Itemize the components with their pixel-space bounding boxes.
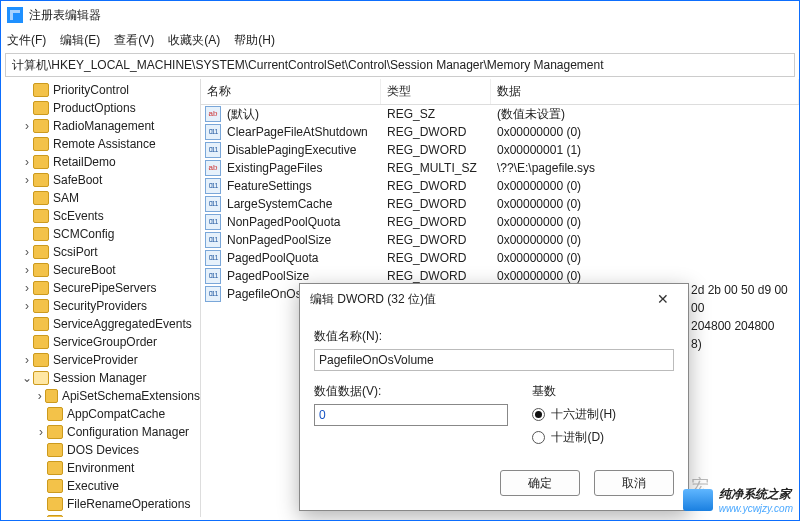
expand-icon[interactable]: ›	[21, 351, 33, 369]
tree-node[interactable]: ›ApiSetSchemaExtensions	[1, 387, 200, 405]
expand-icon[interactable]: ›	[21, 171, 33, 189]
folder-icon	[47, 461, 63, 475]
tree-view[interactable]: PriorityControlProductOptions›RadioManag…	[1, 79, 201, 517]
expand-icon[interactable]: ›	[21, 243, 33, 261]
folder-icon	[33, 155, 49, 169]
tree-node[interactable]: ›SecurePipeServers	[1, 279, 200, 297]
col-data[interactable]: 数据	[491, 79, 799, 104]
expand-icon[interactable]: ›	[21, 279, 33, 297]
expand-icon[interactable]: ›	[21, 153, 33, 171]
tree-node[interactable]: AppCompatCache	[1, 405, 200, 423]
value-data: 0x00000001 (1)	[491, 143, 799, 157]
tree-node[interactable]: FileRenameOperations	[1, 495, 200, 513]
tree-node[interactable]: ›RetailDemo	[1, 153, 200, 171]
folder-icon	[47, 479, 63, 493]
expand-icon[interactable]: ›	[35, 423, 47, 441]
menu-file[interactable]: 文件(F)	[7, 32, 46, 49]
tree-node[interactable]: ›ScsiPort	[1, 243, 200, 261]
value-row[interactable]: NonPagedPoolQuotaREG_DWORD0x00000000 (0)	[201, 213, 799, 231]
address-bar[interactable]: 计算机\HKEY_LOCAL_MACHINE\SYSTEM\CurrentCon…	[5, 53, 795, 77]
tree-label: RadioManagement	[53, 117, 154, 135]
tree-node[interactable]: ServiceGroupOrder	[1, 333, 200, 351]
tree-label: ScEvents	[53, 207, 104, 225]
folder-icon	[33, 335, 49, 349]
value-row[interactable]: ExistingPageFilesREG_MULTI_SZ\??\E:\page…	[201, 159, 799, 177]
tree-node[interactable]: ScEvents	[1, 207, 200, 225]
tree-node[interactable]: Remote Assistance	[1, 135, 200, 153]
folder-icon	[47, 425, 63, 439]
tree-label: ServiceProvider	[53, 351, 138, 369]
cancel-button[interactable]: 取消	[594, 470, 674, 496]
value-data-field[interactable]	[314, 404, 508, 426]
value-row[interactable]: LargeSystemCacheREG_DWORD0x00000000 (0)	[201, 195, 799, 213]
tree-node[interactable]: SAM	[1, 189, 200, 207]
value-row[interactable]: DisablePagingExecutiveREG_DWORD0x0000000…	[201, 141, 799, 159]
value-row[interactable]: ClearPageFileAtShutdownREG_DWORD0x000000…	[201, 123, 799, 141]
value-type: REG_DWORD	[381, 179, 491, 193]
tree-label: SafeBoot	[53, 171, 102, 189]
tree-label: Executive	[67, 477, 119, 495]
address-path: 计算机\HKEY_LOCAL_MACHINE\SYSTEM\CurrentCon…	[12, 57, 604, 74]
value-row[interactable]: NonPagedPoolSizeREG_DWORD0x00000000 (0)	[201, 231, 799, 249]
tree-node[interactable]: ›Configuration Manager	[1, 423, 200, 441]
watermark-logo-icon	[683, 489, 713, 511]
tree-node[interactable]: ⌄Session Manager	[1, 369, 200, 387]
value-row[interactable]: PagedPoolQuotaREG_DWORD0x00000000 (0)	[201, 249, 799, 267]
ok-button[interactable]: 确定	[500, 470, 580, 496]
tree-label: ServiceGroupOrder	[53, 333, 157, 351]
value-name: LargeSystemCache	[221, 197, 381, 211]
edit-dword-dialog: 编辑 DWORD (32 位)值 ✕ 数值名称(N): 数值数据(V): 基数 …	[299, 283, 689, 511]
tree-node[interactable]: I/O System	[1, 513, 200, 517]
expand-icon[interactable]: ›	[21, 261, 33, 279]
value-name: NonPagedPoolSize	[221, 233, 381, 247]
tree-node[interactable]: ›SecureBoot	[1, 261, 200, 279]
col-type[interactable]: 类型	[381, 79, 491, 104]
tree-label: AppCompatCache	[67, 405, 165, 423]
dword-value-icon	[205, 286, 221, 302]
expand-icon[interactable]: ›	[21, 297, 33, 315]
dword-value-icon	[205, 250, 221, 266]
tree-node[interactable]: ›ServiceProvider	[1, 351, 200, 369]
value-row[interactable]: (默认)REG_SZ(数值未设置)	[201, 105, 799, 123]
expand-icon[interactable]: ›	[35, 387, 45, 405]
col-name[interactable]: 名称	[201, 79, 381, 104]
value-type: REG_DWORD	[381, 269, 491, 283]
menu-view[interactable]: 查看(V)	[114, 32, 154, 49]
tree-label: Environment	[67, 459, 134, 477]
tree-label: ProductOptions	[53, 99, 136, 117]
value-data: (数值未设置)	[491, 106, 799, 123]
value-data: 0x00000000 (0)	[491, 215, 799, 229]
menu-bar: 文件(F) 编辑(E) 查看(V) 收藏夹(A) 帮助(H)	[1, 29, 799, 51]
overflow-data: 2d 2b 00 50 d9 00 00204800 2048008)	[691, 281, 799, 353]
tree-node[interactable]: ›RadioManagement	[1, 117, 200, 135]
value-row[interactable]: FeatureSettingsREG_DWORD0x00000000 (0)	[201, 177, 799, 195]
value-data: 0x00000000 (0)	[491, 233, 799, 247]
tree-node[interactable]: Executive	[1, 477, 200, 495]
dialog-titlebar[interactable]: 编辑 DWORD (32 位)值 ✕	[300, 284, 688, 314]
radio-hex[interactable]: 十六进制(H)	[532, 406, 674, 423]
value-type: REG_DWORD	[381, 143, 491, 157]
expand-icon[interactable]: ›	[21, 117, 33, 135]
tree-node[interactable]: ›SecurityProviders	[1, 297, 200, 315]
tree-label: SecureBoot	[53, 261, 116, 279]
tree-label: Remote Assistance	[53, 135, 156, 153]
folder-icon	[47, 515, 63, 517]
window-title: 注册表编辑器	[29, 7, 101, 24]
dword-value-icon	[205, 232, 221, 248]
menu-edit[interactable]: 编辑(E)	[60, 32, 100, 49]
tree-node[interactable]: SCMConfig	[1, 225, 200, 243]
tree-node[interactable]: Environment	[1, 459, 200, 477]
value-name: NonPagedPoolQuota	[221, 215, 381, 229]
folder-icon	[33, 191, 49, 205]
tree-node[interactable]: ›SafeBoot	[1, 171, 200, 189]
window-titlebar: 注册表编辑器	[1, 1, 799, 29]
radio-dec[interactable]: 十进制(D)	[532, 429, 674, 446]
tree-node[interactable]: ServiceAggregatedEvents	[1, 315, 200, 333]
menu-help[interactable]: 帮助(H)	[234, 32, 275, 49]
menu-favorites[interactable]: 收藏夹(A)	[168, 32, 220, 49]
tree-node[interactable]: DOS Devices	[1, 441, 200, 459]
expand-icon[interactable]: ⌄	[21, 369, 33, 387]
tree-node[interactable]: PriorityControl	[1, 81, 200, 99]
tree-node[interactable]: ProductOptions	[1, 99, 200, 117]
close-icon[interactable]: ✕	[648, 291, 678, 307]
